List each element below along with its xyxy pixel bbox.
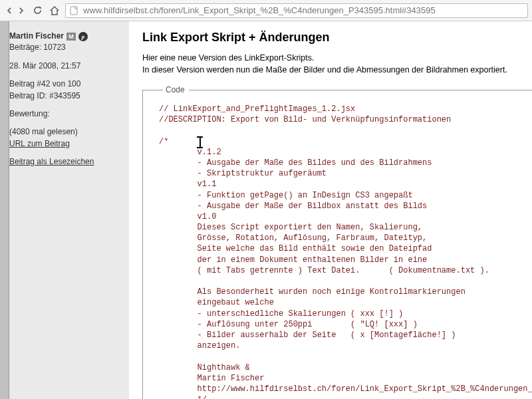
rating-label: Bewertung:: [9, 108, 124, 120]
post-number: Beitrag #42 von 100: [9, 78, 124, 90]
post-content: Link Export Skript + Änderungen Hier ein…: [129, 21, 532, 399]
home-button[interactable]: [48, 4, 61, 17]
post-intro: Hier eine neue Version des LinkExport-Sk…: [142, 53, 532, 76]
browser-toolbar: www.hilfdirselbst.ch/foren/Link_Export_S…: [0, 0, 532, 21]
profile-badge-icon: p: [78, 32, 88, 41]
url-text: www.hilfdirselbst.ch/foren/Link_Export_S…: [83, 5, 436, 15]
nav-arrow-group: [4, 5, 27, 16]
post-sidebar: Martin Fischer M p Beiträge: 10723 28. M…: [9, 21, 129, 399]
reload-button[interactable]: [31, 4, 44, 17]
forward-button[interactable]: [16, 5, 27, 16]
page-icon: [70, 6, 79, 15]
code-body: // LinkExport_and_PreflightImages_1.2.js…: [159, 104, 532, 399]
post-count: Beiträge: 10723: [9, 42, 124, 53]
author-name: Martin Fischer: [9, 31, 64, 42]
url-bar[interactable]: www.hilfdirselbst.ch/foren/Link_Export_S…: [65, 3, 528, 18]
permalink-link[interactable]: URL zum Beitrag: [9, 139, 70, 148]
code-legend: Code: [163, 85, 189, 94]
page-body: Martin Fischer M p Beiträge: 10723 28. M…: [0, 21, 532, 399]
read-count: (4080 mal gelesen): [9, 126, 124, 138]
left-gutter: [0, 21, 9, 399]
moderator-badge-icon: M: [66, 33, 76, 41]
svg-rect-0: [70, 7, 77, 15]
back-button[interactable]: [4, 5, 15, 16]
post-id: Beitrag ID: #343595: [9, 90, 124, 102]
post-date: 28. Mär 2008, 21:57: [9, 61, 124, 72]
bookmark-link[interactable]: Beitrag als Lesezeichen: [9, 157, 94, 166]
page-title: Link Export Skript + Änderungen: [142, 31, 532, 45]
code-block: Code // LinkExport_and_PreflightImages_1…: [142, 85, 532, 399]
